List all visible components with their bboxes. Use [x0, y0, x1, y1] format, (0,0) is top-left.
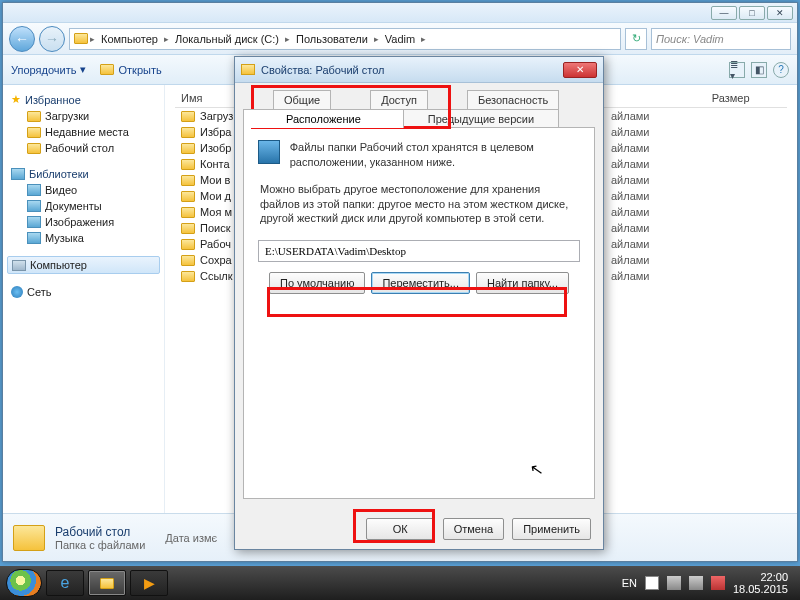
organize-menu[interactable]: Упорядочить ▾: [11, 63, 86, 76]
libraries-header[interactable]: Библиотеки: [7, 166, 160, 182]
computer-icon: [12, 260, 26, 271]
navigation-pane: ★Избранное Загрузки Недавние места Рабоч…: [3, 85, 165, 513]
star-icon: ★: [11, 93, 21, 106]
sidebar-item-music[interactable]: Музыка: [7, 230, 160, 246]
sidebar-item-downloads[interactable]: Загрузки: [7, 108, 160, 124]
folder-icon: [181, 127, 195, 138]
crumb-2[interactable]: Пользователи: [292, 33, 372, 45]
view-options-button[interactable]: ≣ ▾: [729, 62, 745, 78]
music-icon: [27, 232, 41, 244]
nav-bar: ← → ▸ Компьютер▸ Локальный диск (C:)▸ По…: [3, 23, 797, 55]
library-icon: [11, 168, 25, 180]
folder-icon: [181, 159, 195, 170]
find-target-button[interactable]: Найти папку...: [476, 272, 569, 294]
folder-icon: [100, 64, 114, 75]
dialog-close-button[interactable]: ✕: [563, 62, 597, 78]
open-button[interactable]: Открыть: [100, 64, 161, 76]
move-button[interactable]: Переместить...: [371, 272, 470, 294]
column-size[interactable]: Размер: [712, 92, 787, 104]
crumb-0[interactable]: Компьютер: [97, 33, 162, 45]
location-path-input[interactable]: E:\USERDATA\Vadim\Desktop: [258, 240, 580, 262]
folder-icon: [27, 143, 41, 154]
dialog-footer: ОК Отмена Применить: [235, 509, 603, 549]
details-type: Папка с файлами: [55, 539, 145, 551]
breadcrumb[interactable]: ▸ Компьютер▸ Локальный диск (C:)▸ Пользо…: [69, 28, 621, 50]
system-tray: EN 22:00 18.05.2015: [622, 571, 794, 595]
action-center-icon[interactable]: [711, 576, 725, 590]
window-titlebar: — □ ✕: [3, 3, 797, 23]
folder-icon: [74, 33, 88, 44]
sidebar-item-videos[interactable]: Видео: [7, 182, 160, 198]
crumb-1[interactable]: Локальный диск (C:): [171, 33, 283, 45]
minimize-button[interactable]: —: [711, 6, 737, 20]
sidebar-item-network[interactable]: Сеть: [7, 284, 160, 300]
pictures-icon: [27, 216, 41, 228]
folder-icon: [181, 143, 195, 154]
tab-previous-versions[interactable]: Предыдущие версии: [403, 109, 559, 128]
properties-dialog: Свойства: Рабочий стол ✕ Общие Доступ Бе…: [234, 56, 604, 550]
folder-icon: [181, 271, 195, 282]
folder-icon: [181, 255, 195, 266]
ok-button[interactable]: ОК: [366, 518, 435, 540]
taskbar: e ▶ EN 22:00 18.05.2015: [0, 566, 800, 600]
folder-icon: [27, 111, 41, 122]
forward-button[interactable]: →: [39, 26, 65, 52]
folder-icon: [181, 175, 195, 186]
help-button[interactable]: ?: [773, 62, 789, 78]
documents-icon: [27, 200, 41, 212]
tab-security[interactable]: Безопасность: [467, 90, 559, 109]
dialog-titlebar[interactable]: Свойства: Рабочий стол ✕: [235, 57, 603, 83]
dialog-title: Свойства: Рабочий стол: [261, 64, 384, 76]
folder-icon: [181, 223, 195, 234]
details-date-label: Дата измє: [165, 532, 217, 544]
volume-tray-icon[interactable]: [689, 576, 703, 590]
tab-access[interactable]: Доступ: [370, 90, 428, 109]
location-description-2: Можно выбрать другое местоположение для …: [258, 182, 580, 227]
close-button[interactable]: ✕: [767, 6, 793, 20]
network-tray-icon[interactable]: [667, 576, 681, 590]
tab-general[interactable]: Общие: [273, 90, 331, 109]
folder-icon: [181, 239, 195, 250]
taskbar-explorer[interactable]: [88, 570, 126, 596]
folder-icon: [13, 525, 45, 551]
folder-icon: [100, 578, 114, 589]
sidebar-item-recent[interactable]: Недавние места: [7, 124, 160, 140]
start-button[interactable]: [6, 569, 42, 597]
favorites-header[interactable]: ★Избранное: [7, 91, 160, 108]
location-description-1: Файлы папки Рабочий стол хранятся в целе…: [290, 140, 580, 170]
folder-icon: [181, 111, 195, 122]
folder-icon: [241, 64, 255, 75]
folder-icon: [181, 191, 195, 202]
search-input[interactable]: Поиск: Vadim: [651, 28, 791, 50]
flag-icon[interactable]: [645, 576, 659, 590]
language-indicator[interactable]: EN: [622, 577, 637, 589]
crumb-3[interactable]: Vadim: [381, 33, 419, 45]
monitor-icon: [258, 140, 280, 164]
tab-location[interactable]: Расположение: [243, 109, 404, 128]
folder-icon: [27, 127, 41, 138]
refresh-button[interactable]: ↻: [625, 28, 647, 50]
videos-icon: [27, 184, 41, 196]
taskbar-clock[interactable]: 22:00 18.05.2015: [733, 571, 788, 595]
folder-icon: [181, 207, 195, 218]
apply-button[interactable]: Применить: [512, 518, 591, 540]
restore-default-button[interactable]: По умолчанию: [269, 272, 365, 294]
network-icon: [11, 286, 23, 298]
sidebar-item-desktop[interactable]: Рабочий стол: [7, 140, 160, 156]
back-button[interactable]: ←: [9, 26, 35, 52]
taskbar-ie[interactable]: e: [46, 570, 84, 596]
sidebar-item-documents[interactable]: Документы: [7, 198, 160, 214]
taskbar-media[interactable]: ▶: [130, 570, 168, 596]
sidebar-item-pictures[interactable]: Изображения: [7, 214, 160, 230]
tab-row-1: Общие Доступ Безопасность: [243, 89, 595, 108]
details-name: Рабочий стол: [55, 525, 145, 539]
preview-pane-button[interactable]: ◧: [751, 62, 767, 78]
tab-pane-location: Файлы папки Рабочий стол хранятся в целе…: [243, 127, 595, 499]
maximize-button[interactable]: □: [739, 6, 765, 20]
cancel-button[interactable]: Отмена: [443, 518, 504, 540]
sidebar-item-computer[interactable]: Компьютер: [7, 256, 160, 274]
